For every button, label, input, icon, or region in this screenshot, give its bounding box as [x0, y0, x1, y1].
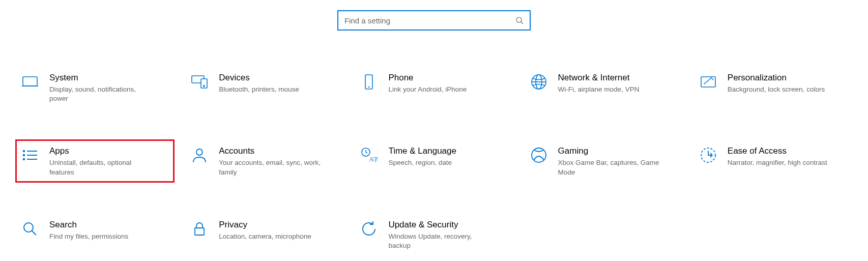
xbox-icon: [529, 145, 549, 165]
personalization-icon: [698, 72, 718, 92]
tile-accounts[interactable]: Accounts Your accounts, email, sync, wor…: [185, 139, 344, 182]
tile-desc: Display, sound, notifications, power: [49, 85, 151, 103]
tile-title: Update & Security: [388, 220, 509, 230]
svg-line-1: [521, 22, 523, 24]
tile-desc: Windows Update, recovery, backup: [388, 232, 490, 250]
svg-point-6: [204, 85, 205, 86]
tile-title: Ease of Access: [728, 146, 848, 156]
search-icon: [515, 16, 524, 24]
tile-phone[interactable]: Phone Link your Android, iPhone: [354, 66, 513, 109]
tile-personalization[interactable]: Personalization Background, lock screen,…: [693, 66, 853, 109]
tile-desc: Speech, region, date: [388, 158, 490, 167]
tile-title: Apps: [49, 146, 170, 156]
tile-desc: Bluetooth, printers, mouse: [219, 85, 321, 94]
tile-desc: Link your Android, iPhone: [388, 85, 490, 94]
tile-apps[interactable]: Apps Uninstall, defaults, optional featu…: [15, 139, 175, 182]
apps-icon: [20, 145, 40, 165]
tile-desc: Your accounts, email, sync, work, family: [219, 158, 321, 177]
svg-line-28: [32, 231, 36, 235]
tile-title: Privacy: [219, 220, 339, 230]
devices-icon: [189, 72, 210, 92]
tile-title: Search: [49, 220, 170, 230]
tile-title: System: [49, 73, 170, 83]
svg-rect-15: [23, 158, 25, 160]
tile-system[interactable]: System Display, sound, notifications, po…: [15, 66, 175, 109]
svg-text:字: 字: [373, 156, 378, 162]
tile-desc: Find my files, permissions: [49, 232, 151, 241]
update-icon: [359, 219, 379, 239]
tile-search[interactable]: Search Find my files, permissions: [15, 213, 175, 256]
search-input[interactable]: [344, 16, 515, 25]
tile-gaming[interactable]: Gaming Xbox Game Bar, captures, Game Mod…: [524, 139, 683, 182]
tile-devices[interactable]: Devices Bluetooth, printers, mouse: [185, 66, 344, 109]
tile-title: Gaming: [558, 146, 679, 156]
svg-rect-13: [23, 150, 25, 152]
lock-icon: [189, 219, 210, 239]
svg-point-27: [24, 223, 33, 232]
svg-point-19: [196, 149, 202, 155]
globe-icon: [529, 72, 549, 92]
search-box[interactable]: [337, 10, 531, 31]
tile-title: Devices: [219, 73, 339, 83]
svg-rect-12: [701, 77, 715, 87]
time-language-icon: A 字: [359, 145, 379, 165]
tile-title: Phone: [388, 73, 509, 83]
svg-rect-2: [23, 77, 37, 86]
tile-title: Network & Internet: [558, 73, 679, 83]
tile-title: Accounts: [219, 146, 339, 156]
magnifier-icon: [20, 219, 40, 239]
tile-title: Personalization: [728, 73, 848, 83]
system-icon: [20, 72, 40, 92]
tile-network[interactable]: Network & Internet Wi-Fi, airplane mode,…: [524, 66, 683, 109]
tile-desc: Narrator, magnifier, high contrast: [728, 158, 829, 167]
phone-icon: [359, 72, 379, 92]
tile-title: Time & Language: [388, 146, 509, 156]
tile-desc: Xbox Game Bar, captures, Game Mode: [558, 158, 660, 177]
tile-desc: Location, camera, microphone: [219, 232, 321, 241]
svg-rect-14: [23, 154, 25, 156]
tile-time-language[interactable]: A 字 Time & Language Speech, region, date: [354, 139, 513, 182]
tile-update-security[interactable]: Update & Security Windows Update, recove…: [354, 213, 513, 256]
svg-line-22: [366, 152, 367, 153]
ease-of-access-icon: [698, 145, 718, 165]
tile-desc: Background, lock screen, colors: [728, 85, 829, 94]
svg-point-0: [516, 17, 522, 22]
svg-rect-29: [195, 228, 204, 235]
person-icon: [189, 145, 210, 165]
settings-grid: System Display, sound, notifications, po…: [0, 31, 868, 261]
tile-privacy[interactable]: Privacy Location, camera, microphone: [185, 213, 344, 256]
tile-desc: Uninstall, defaults, optional features: [49, 158, 151, 177]
tile-ease-of-access[interactable]: Ease of Access Narrator, magnifier, high…: [693, 139, 853, 182]
tile-desc: Wi-Fi, airplane mode, VPN: [558, 85, 660, 94]
